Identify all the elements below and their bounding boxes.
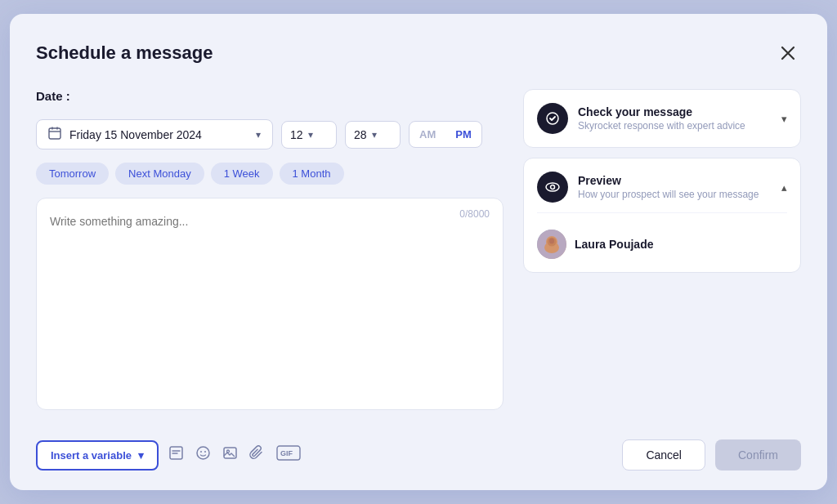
- preview-card-title: Preview: [578, 174, 759, 187]
- insert-variable-button[interactable]: Insert a variable ▾: [36, 440, 159, 471]
- quick-date-1-month[interactable]: 1 Month: [280, 163, 344, 185]
- preview-card-text: Preview How your prospect will see your …: [578, 174, 759, 200]
- message-area: 0/8000: [36, 198, 504, 410]
- confirm-button[interactable]: Confirm: [715, 439, 801, 471]
- insert-variable-chevron-icon: ▾: [138, 449, 144, 462]
- close-button[interactable]: [775, 40, 801, 66]
- modal-backdrop: Schedule a message Date :: [0, 0, 837, 504]
- svg-point-3: [551, 185, 555, 190]
- image-icon[interactable]: [222, 445, 238, 465]
- emoji-icon[interactable]: [195, 445, 211, 465]
- check-card-title: Check your message: [578, 105, 745, 118]
- message-input[interactable]: [50, 212, 490, 396]
- schedule-modal: Schedule a message Date :: [10, 14, 827, 490]
- hour-value: 12: [290, 128, 303, 141]
- toolbar-icons: GIF: [168, 445, 301, 465]
- check-card-left: Check your message Skyrocket response wi…: [537, 103, 745, 134]
- right-panel: Check your message Skyrocket response wi…: [523, 89, 801, 410]
- svg-point-2: [546, 183, 559, 191]
- preview-user: Laura Poujade: [537, 230, 787, 259]
- svg-point-10: [197, 447, 209, 459]
- modal-header: Schedule a message: [36, 40, 801, 66]
- svg-point-8: [549, 239, 554, 244]
- hour-chevron-icon: ▾: [308, 129, 313, 140]
- check-card-icon: [537, 103, 568, 134]
- attachment-icon[interactable]: [249, 445, 265, 465]
- check-card-text: Check your message Skyrocket response wi…: [578, 105, 745, 132]
- date-picker[interactable]: Friday 15 November 2024 ▾: [36, 119, 273, 149]
- footer-left: Insert a variable ▾: [36, 440, 301, 471]
- modal-body: Date : Friday 15 November 2024 ▾: [36, 89, 801, 410]
- preview-card-subtitle: How your prospect will see your message: [578, 189, 759, 200]
- insert-variable-label: Insert a variable: [51, 449, 132, 462]
- footer-right: Cancel Confirm: [622, 439, 801, 471]
- check-message-card: Check your message Skyrocket response wi…: [523, 89, 801, 148]
- quick-date-next-monday[interactable]: Next Monday: [115, 163, 204, 185]
- preview-card-icon: [537, 172, 568, 203]
- minute-select[interactable]: 28 ▾: [345, 121, 401, 149]
- preview-card: Preview How your prospect will see your …: [523, 158, 801, 273]
- date-picker-text: Friday 15 November 2024: [69, 128, 248, 141]
- gif-icon[interactable]: GIF: [276, 445, 301, 465]
- date-row: Friday 15 November 2024 ▾ 12 ▾ 28 ▾ AM P…: [36, 119, 504, 149]
- preview-card-header: Preview How your prospect will see your …: [537, 172, 787, 203]
- check-card-chevron[interactable]: ▾: [781, 113, 787, 125]
- preview-card-left: Preview How your prospect will see your …: [537, 172, 759, 203]
- cancel-button[interactable]: Cancel: [622, 439, 705, 471]
- svg-rect-0: [49, 128, 60, 139]
- ampm-toggle[interactable]: AM PM: [409, 121, 482, 148]
- user-name: Laura Poujade: [575, 238, 653, 251]
- quick-date-1-week[interactable]: 1 Week: [211, 163, 273, 185]
- minute-chevron-icon: ▾: [372, 129, 377, 140]
- preview-card-chevron[interactable]: ▴: [781, 181, 787, 194]
- svg-point-12: [204, 451, 206, 453]
- modal-title: Schedule a message: [36, 42, 213, 64]
- svg-point-11: [200, 451, 202, 453]
- modal-footer: Insert a variable ▾: [36, 426, 801, 471]
- svg-text:GIF: GIF: [280, 449, 293, 457]
- date-chevron-icon: ▾: [256, 129, 261, 140]
- note-icon[interactable]: [168, 445, 184, 465]
- left-panel: Date : Friday 15 November 2024 ▾: [36, 89, 504, 410]
- am-button[interactable]: AM: [410, 122, 445, 147]
- preview-section: Laura Poujade: [537, 212, 787, 259]
- calendar-icon: [48, 127, 61, 142]
- quick-dates: Tomorrow Next Monday 1 Week 1 Month: [36, 163, 504, 185]
- hour-select[interactable]: 12 ▾: [281, 121, 337, 149]
- check-card-subtitle: Skyrocket response with expert advice: [578, 120, 745, 132]
- date-label: Date :: [36, 89, 504, 103]
- char-count: 0/8000: [459, 208, 490, 220]
- pm-button[interactable]: PM: [445, 122, 481, 147]
- check-card-header: Check your message Skyrocket response wi…: [537, 103, 787, 134]
- minute-value: 28: [354, 128, 367, 141]
- avatar: [537, 230, 566, 259]
- quick-date-tomorrow[interactable]: Tomorrow: [36, 163, 109, 185]
